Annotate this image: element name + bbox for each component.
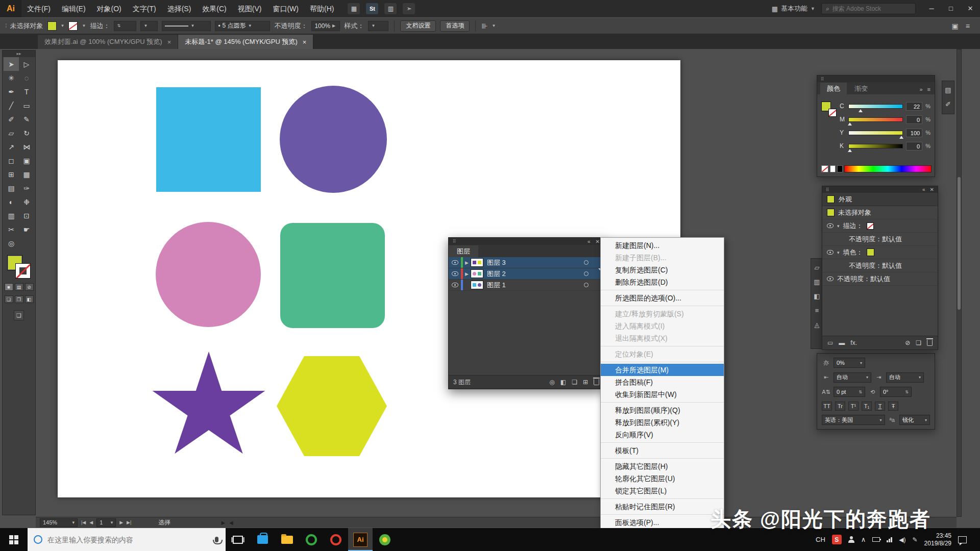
menu-item-panel-options[interactable]: 面板选项(P)... bbox=[601, 516, 724, 529]
strikethrough-button[interactable]: Ŧ bbox=[888, 402, 898, 411]
add-effect-icon[interactable]: fx. bbox=[850, 339, 857, 346]
scroll-right-arrow[interactable]: ▶ bbox=[221, 520, 225, 525]
menu-item-paste-remembers-layers[interactable]: 粘贴时记住图层(R) bbox=[601, 500, 724, 513]
microphone-icon[interactable] bbox=[215, 537, 218, 542]
shape-purple-star[interactable] bbox=[150, 352, 267, 464]
taskbar-app-explorer[interactable] bbox=[275, 528, 299, 551]
tool-eyedropper[interactable]: ✑ bbox=[19, 181, 34, 195]
opacity-input[interactable]: 100%▶ bbox=[311, 21, 340, 31]
menu-type[interactable]: 文字(T) bbox=[127, 0, 162, 17]
scrollbar-thumb[interactable] bbox=[958, 177, 961, 310]
menu-item-collect-in-new-layer[interactable]: 收集到新图层中(W) bbox=[601, 388, 724, 400]
close-icon[interactable]: × bbox=[303, 38, 307, 46]
cyan-slider[interactable] bbox=[848, 104, 902, 109]
tool-pencil[interactable]: ✎ bbox=[19, 112, 34, 126]
tool-paintbrush[interactable]: ✐ bbox=[4, 112, 19, 126]
appearance-row-fill-opacity[interactable]: 不透明度：默认值 bbox=[822, 259, 938, 272]
baseline-shift-stepper[interactable]: 0 pt ⇅ bbox=[834, 387, 865, 397]
menu-object[interactable]: 对象(O) bbox=[91, 0, 127, 17]
expand-arrow-icon[interactable]: ▾ bbox=[837, 223, 840, 229]
tool-symbol-sprayer[interactable]: ❉ bbox=[19, 195, 34, 209]
tools-panel-collapse-handle[interactable]: ▸▸ bbox=[3, 51, 35, 57]
workspace-switcher[interactable]: ▦ 基本功能 ▼ bbox=[772, 4, 815, 13]
menu-item-release-to-layers-build[interactable]: 释放到图层(累积)(Y) bbox=[601, 416, 724, 429]
taskbar-app-browser-green[interactable] bbox=[299, 528, 324, 551]
network-signal-icon[interactable] bbox=[887, 537, 892, 542]
delete-layer-icon[interactable] bbox=[594, 379, 599, 385]
tool-zoom[interactable]: ◎ bbox=[4, 236, 19, 250]
touch-workspace-icon[interactable]: ▦ bbox=[348, 3, 360, 14]
pen-input-icon[interactable]: ✎ bbox=[913, 536, 918, 543]
first-artboard-button[interactable]: |◀ bbox=[81, 520, 86, 525]
stroke-weight-dropdown[interactable]: ▼ bbox=[140, 21, 158, 31]
menu-item-flatten-artwork[interactable]: 拼合图稿(F) bbox=[601, 376, 724, 388]
tool-gradient[interactable]: ▤ bbox=[4, 181, 19, 195]
taskbar-app-store[interactable] bbox=[250, 528, 275, 551]
tool-blend[interactable]: ◐ bbox=[4, 195, 19, 209]
menu-window[interactable]: 窗口(W) bbox=[267, 0, 304, 17]
menu-item-hide-others[interactable]: 隐藏其它图层(H) bbox=[601, 460, 724, 472]
taskbar-search-box[interactable] bbox=[28, 528, 226, 551]
add-fill-icon[interactable]: ▬ bbox=[839, 339, 845, 346]
tool-line-segment[interactable]: ╱ bbox=[4, 98, 19, 112]
superscript-button[interactable]: T¹ bbox=[848, 402, 859, 411]
tab-gradient[interactable]: 渐变 bbox=[848, 83, 874, 94]
taskbar-search-input[interactable] bbox=[47, 536, 210, 544]
menu-item-lock-others[interactable]: 锁定其它图层(L) bbox=[601, 485, 724, 497]
tool-selection[interactable]: ➤ bbox=[4, 57, 19, 71]
new-sublayer-icon[interactable]: ❏ bbox=[572, 379, 577, 386]
brush-definition-dropdown[interactable]: •5 点圆形▼ bbox=[215, 21, 270, 31]
panel-menu-icon[interactable]: ≡ bbox=[927, 86, 930, 92]
collapse-panel-icon[interactable]: « bbox=[587, 239, 591, 244]
duplicate-item-icon[interactable]: ❏ bbox=[916, 339, 921, 346]
menu-effect[interactable]: 效果(C) bbox=[197, 0, 232, 17]
clear-appearance-icon[interactable]: ⊘ bbox=[905, 339, 910, 346]
task-view-button[interactable] bbox=[226, 528, 250, 551]
menu-item-duplicate-selected-layers[interactable]: 复制所选图层(C) bbox=[601, 264, 724, 276]
appearance-row-stroke-opacity[interactable]: 不透明度：默认值 bbox=[822, 233, 938, 246]
layer-name[interactable]: 图层 2 bbox=[487, 269, 506, 279]
magenta-slider[interactable] bbox=[848, 117, 902, 122]
close-button[interactable]: ✕ bbox=[961, 0, 980, 17]
slider-handle[interactable] bbox=[859, 109, 863, 112]
tool-pen[interactable]: ✒ bbox=[4, 85, 19, 98]
visibility-eye-icon[interactable] bbox=[449, 271, 461, 276]
tool-magic-wand[interactable]: ✳ bbox=[4, 71, 19, 85]
action-center-icon[interactable] bbox=[958, 536, 967, 543]
layer-row-3[interactable]: ▶ 图层 3 bbox=[449, 257, 604, 268]
delete-item-icon[interactable] bbox=[927, 340, 933, 346]
expand-arrow-icon[interactable]: ▶ bbox=[463, 271, 471, 277]
menu-file[interactable]: 文件(F) bbox=[21, 0, 56, 17]
variable-width-profile-dropdown[interactable]: ▼ bbox=[162, 21, 211, 31]
document-setup-button[interactable]: 文档设置 bbox=[400, 20, 436, 32]
people-icon[interactable] bbox=[848, 536, 854, 543]
vertical-scrollbar[interactable] bbox=[957, 49, 962, 517]
zoom-level-dropdown[interactable]: 145% ▾ bbox=[40, 518, 78, 527]
gradient-button[interactable]: ▤ bbox=[15, 283, 23, 291]
battery-icon[interactable] bbox=[872, 537, 880, 542]
menu-edit[interactable]: 编辑(E) bbox=[56, 0, 91, 17]
appearance-row-fill[interactable]: ▾ 填色： bbox=[822, 246, 938, 259]
chevron-down-icon[interactable]: ▼ bbox=[82, 23, 86, 28]
arrange-documents-icon[interactable]: ▥ bbox=[384, 3, 397, 14]
last-artboard-button[interactable]: ▶| bbox=[127, 520, 131, 525]
slider-handle[interactable] bbox=[848, 149, 852, 152]
menu-help[interactable]: 帮助(H) bbox=[304, 0, 339, 17]
menu-item-release-to-layers-sequence[interactable]: 释放到图层(顺序)(Q) bbox=[601, 404, 724, 416]
layer-name[interactable]: 图层 1 bbox=[487, 281, 506, 290]
menu-item-merge-selected[interactable]: 合并所选图层(M) bbox=[601, 364, 724, 376]
stroke-color-swatch[interactable] bbox=[68, 21, 78, 31]
none-swatch[interactable] bbox=[821, 165, 828, 172]
style-dropdown[interactable]: ▼ bbox=[368, 21, 388, 31]
shape-cyan-square[interactable] bbox=[156, 87, 261, 192]
tool-hand[interactable]: ☛ bbox=[19, 222, 34, 236]
expand-panel-icon[interactable]: » bbox=[919, 86, 922, 92]
shape-pink-circle[interactable] bbox=[156, 222, 261, 327]
target-circle-icon[interactable] bbox=[584, 283, 589, 287]
volume-icon[interactable]: ◀) bbox=[899, 536, 905, 543]
stroke-weight-stepper[interactable]: ⇅ bbox=[114, 21, 136, 31]
expand-arrow-icon[interactable]: ▶ bbox=[463, 260, 471, 265]
fill-color-swatch[interactable] bbox=[47, 21, 57, 31]
collapsed-brushes-panel-icon[interactable]: ✐ bbox=[945, 101, 951, 108]
none-button[interactable]: ⊘ bbox=[25, 283, 34, 291]
